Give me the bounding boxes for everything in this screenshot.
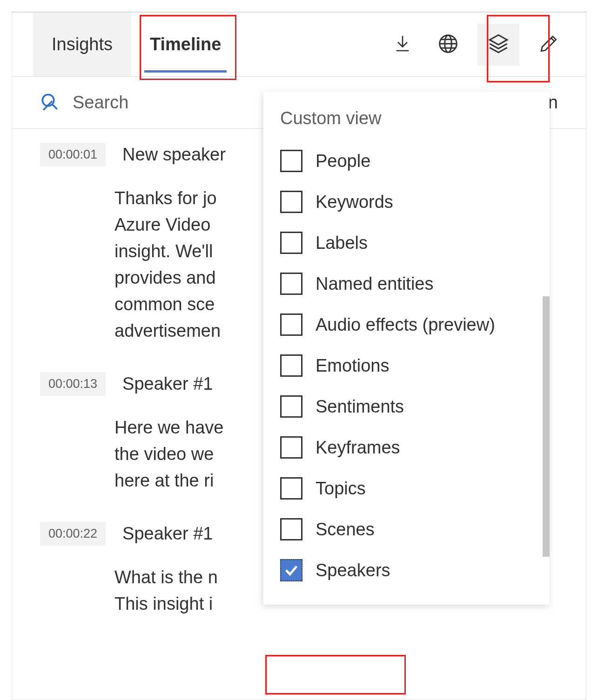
tab-insights[interactable]: Insights <box>33 13 131 76</box>
search-input[interactable] <box>73 93 259 113</box>
checkbox-icon <box>280 150 302 172</box>
checkbox-icon <box>280 436 302 459</box>
dropdown-item-label: Speakers <box>316 560 390 580</box>
checkbox-icon <box>280 191 302 213</box>
dropdown-item-label: Named entities <box>316 274 433 294</box>
dropdown-item-people[interactable]: People <box>263 140 550 181</box>
view-options-button[interactable] <box>477 24 519 66</box>
checkbox-icon <box>280 273 302 295</box>
dropdown-title: Custom view <box>263 106 550 140</box>
dropdown-item-keywords[interactable]: Keywords <box>263 181 550 222</box>
tab-bar: Insights Timeline <box>33 13 240 76</box>
dropdown-item-label: Emotions <box>316 356 389 376</box>
dropdown-item-topics[interactable]: Topics <box>263 468 550 509</box>
dropdown-item-labels[interactable]: Labels <box>263 222 550 263</box>
tab-timeline[interactable]: Timeline <box>131 13 240 76</box>
dropdown-item-label: Topics <box>316 479 366 499</box>
dropdown-item-speakers[interactable]: Speakers <box>263 550 550 591</box>
checkbox-icon <box>280 518 302 540</box>
language-button[interactable] <box>432 28 464 61</box>
dropdown-item-sentiments[interactable]: Sentiments <box>263 386 550 427</box>
dropdown-item-label: Sentiments <box>316 397 404 417</box>
dropdown-item-named-entities[interactable]: Named entities <box>263 263 550 304</box>
checkbox-icon <box>280 477 302 500</box>
dropdown-scrollbar[interactable] <box>543 296 550 557</box>
checkbox-icon <box>280 354 302 377</box>
globe-icon <box>438 33 458 56</box>
dropdown-item-label: Keyframes <box>316 438 400 458</box>
timestamp-badge: 00:00:01 <box>40 143 106 167</box>
insights-panel: Insights Timeline <box>12 12 586 700</box>
speaker-name: Speaker #1 <box>122 524 213 544</box>
tab-label: Timeline <box>150 34 221 54</box>
timestamp-badge: 00:00:22 <box>40 522 106 546</box>
checkbox-checked-icon <box>280 559 302 581</box>
timestamp-badge: 00:00:13 <box>40 372 106 396</box>
custom-view-dropdown: Custom view People Keywords Labels Named… <box>263 92 550 605</box>
speaker-name: New speaker <box>122 145 226 165</box>
dropdown-item-audio-effects[interactable]: Audio effects (preview) <box>263 304 550 345</box>
panel-header: Insights Timeline <box>12 13 586 77</box>
layers-icon <box>487 32 510 57</box>
dropdown-item-keyframes[interactable]: Keyframes <box>263 427 550 468</box>
dropdown-item-label: Audio effects (preview) <box>316 315 495 335</box>
speaker-name: Speaker #1 <box>122 374 213 394</box>
dropdown-item-label: Scenes <box>316 520 375 540</box>
download-button[interactable] <box>386 28 419 61</box>
edit-button[interactable] <box>532 28 565 61</box>
dropdown-item-label: People <box>316 151 370 171</box>
dropdown-item-label: Keywords <box>316 192 393 212</box>
dropdown-item-label: Labels <box>316 233 368 253</box>
dropdown-item-scenes[interactable]: Scenes <box>263 509 550 550</box>
tab-label: Insights <box>52 34 113 54</box>
checkbox-icon <box>280 232 302 254</box>
checkbox-icon <box>280 313 302 336</box>
checkbox-icon <box>280 395 302 418</box>
pencil-icon <box>539 34 558 55</box>
dropdown-item-emotions[interactable]: Emotions <box>263 345 550 386</box>
download-icon <box>393 33 412 56</box>
search-icon <box>40 92 60 113</box>
header-actions <box>386 13 586 76</box>
